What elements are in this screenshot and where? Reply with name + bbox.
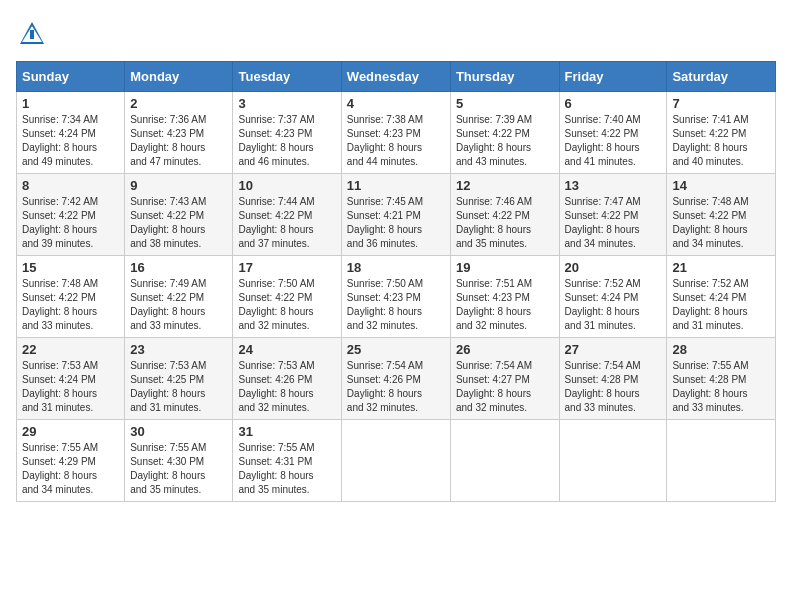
day-info: Sunrise: 7:54 AM Sunset: 4:27 PM Dayligh…	[456, 359, 554, 415]
day-number: 29	[22, 424, 119, 439]
calendar-week-row: 8Sunrise: 7:42 AM Sunset: 4:22 PM Daylig…	[17, 174, 776, 256]
day-number: 6	[565, 96, 662, 111]
calendar-cell: 22Sunrise: 7:53 AM Sunset: 4:24 PM Dayli…	[17, 338, 125, 420]
calendar-cell: 23Sunrise: 7:53 AM Sunset: 4:25 PM Dayli…	[125, 338, 233, 420]
header-monday: Monday	[125, 62, 233, 92]
calendar-cell	[450, 420, 559, 502]
day-number: 5	[456, 96, 554, 111]
day-info: Sunrise: 7:48 AM Sunset: 4:22 PM Dayligh…	[672, 195, 770, 251]
day-number: 4	[347, 96, 445, 111]
logo	[16, 20, 46, 53]
calendar-cell: 16Sunrise: 7:49 AM Sunset: 4:22 PM Dayli…	[125, 256, 233, 338]
day-info: Sunrise: 7:49 AM Sunset: 4:22 PM Dayligh…	[130, 277, 227, 333]
header-sunday: Sunday	[17, 62, 125, 92]
header-wednesday: Wednesday	[341, 62, 450, 92]
day-info: Sunrise: 7:53 AM Sunset: 4:24 PM Dayligh…	[22, 359, 119, 415]
calendar-week-row: 15Sunrise: 7:48 AM Sunset: 4:22 PM Dayli…	[17, 256, 776, 338]
calendar-cell: 31Sunrise: 7:55 AM Sunset: 4:31 PM Dayli…	[233, 420, 341, 502]
day-info: Sunrise: 7:55 AM Sunset: 4:30 PM Dayligh…	[130, 441, 227, 497]
header-thursday: Thursday	[450, 62, 559, 92]
day-info: Sunrise: 7:54 AM Sunset: 4:26 PM Dayligh…	[347, 359, 445, 415]
day-number: 24	[238, 342, 335, 357]
calendar-cell: 8Sunrise: 7:42 AM Sunset: 4:22 PM Daylig…	[17, 174, 125, 256]
calendar-cell: 6Sunrise: 7:40 AM Sunset: 4:22 PM Daylig…	[559, 92, 667, 174]
calendar-table: SundayMondayTuesdayWednesdayThursdayFrid…	[16, 61, 776, 502]
day-number: 30	[130, 424, 227, 439]
calendar-cell: 14Sunrise: 7:48 AM Sunset: 4:22 PM Dayli…	[667, 174, 776, 256]
day-info: Sunrise: 7:38 AM Sunset: 4:23 PM Dayligh…	[347, 113, 445, 169]
calendar-cell: 17Sunrise: 7:50 AM Sunset: 4:22 PM Dayli…	[233, 256, 341, 338]
day-number: 21	[672, 260, 770, 275]
day-number: 10	[238, 178, 335, 193]
day-number: 31	[238, 424, 335, 439]
calendar-cell: 21Sunrise: 7:52 AM Sunset: 4:24 PM Dayli…	[667, 256, 776, 338]
day-number: 8	[22, 178, 119, 193]
day-number: 23	[130, 342, 227, 357]
day-number: 13	[565, 178, 662, 193]
day-info: Sunrise: 7:44 AM Sunset: 4:22 PM Dayligh…	[238, 195, 335, 251]
day-info: Sunrise: 7:51 AM Sunset: 4:23 PM Dayligh…	[456, 277, 554, 333]
day-info: Sunrise: 7:54 AM Sunset: 4:28 PM Dayligh…	[565, 359, 662, 415]
day-info: Sunrise: 7:40 AM Sunset: 4:22 PM Dayligh…	[565, 113, 662, 169]
day-number: 18	[347, 260, 445, 275]
logo-icon	[18, 20, 46, 48]
calendar-week-row: 1Sunrise: 7:34 AM Sunset: 4:24 PM Daylig…	[17, 92, 776, 174]
day-info: Sunrise: 7:55 AM Sunset: 4:31 PM Dayligh…	[238, 441, 335, 497]
day-number: 22	[22, 342, 119, 357]
calendar-cell: 2Sunrise: 7:36 AM Sunset: 4:23 PM Daylig…	[125, 92, 233, 174]
calendar-cell: 13Sunrise: 7:47 AM Sunset: 4:22 PM Dayli…	[559, 174, 667, 256]
day-number: 28	[672, 342, 770, 357]
day-info: Sunrise: 7:34 AM Sunset: 4:24 PM Dayligh…	[22, 113, 119, 169]
svg-rect-2	[30, 30, 34, 39]
calendar-week-row: 29Sunrise: 7:55 AM Sunset: 4:29 PM Dayli…	[17, 420, 776, 502]
calendar-cell: 7Sunrise: 7:41 AM Sunset: 4:22 PM Daylig…	[667, 92, 776, 174]
calendar-cell: 27Sunrise: 7:54 AM Sunset: 4:28 PM Dayli…	[559, 338, 667, 420]
calendar-cell: 30Sunrise: 7:55 AM Sunset: 4:30 PM Dayli…	[125, 420, 233, 502]
day-info: Sunrise: 7:47 AM Sunset: 4:22 PM Dayligh…	[565, 195, 662, 251]
day-info: Sunrise: 7:39 AM Sunset: 4:22 PM Dayligh…	[456, 113, 554, 169]
header-saturday: Saturday	[667, 62, 776, 92]
day-number: 2	[130, 96, 227, 111]
header	[16, 16, 776, 53]
day-number: 25	[347, 342, 445, 357]
calendar-cell: 19Sunrise: 7:51 AM Sunset: 4:23 PM Dayli…	[450, 256, 559, 338]
day-info: Sunrise: 7:52 AM Sunset: 4:24 PM Dayligh…	[565, 277, 662, 333]
calendar-cell: 5Sunrise: 7:39 AM Sunset: 4:22 PM Daylig…	[450, 92, 559, 174]
day-number: 27	[565, 342, 662, 357]
day-info: Sunrise: 7:48 AM Sunset: 4:22 PM Dayligh…	[22, 277, 119, 333]
calendar-cell: 29Sunrise: 7:55 AM Sunset: 4:29 PM Dayli…	[17, 420, 125, 502]
day-info: Sunrise: 7:41 AM Sunset: 4:22 PM Dayligh…	[672, 113, 770, 169]
day-number: 1	[22, 96, 119, 111]
calendar-cell: 20Sunrise: 7:52 AM Sunset: 4:24 PM Dayli…	[559, 256, 667, 338]
calendar-cell: 26Sunrise: 7:54 AM Sunset: 4:27 PM Dayli…	[450, 338, 559, 420]
day-number: 19	[456, 260, 554, 275]
day-info: Sunrise: 7:43 AM Sunset: 4:22 PM Dayligh…	[130, 195, 227, 251]
day-info: Sunrise: 7:55 AM Sunset: 4:29 PM Dayligh…	[22, 441, 119, 497]
day-number: 17	[238, 260, 335, 275]
calendar-cell: 24Sunrise: 7:53 AM Sunset: 4:26 PM Dayli…	[233, 338, 341, 420]
calendar-cell: 12Sunrise: 7:46 AM Sunset: 4:22 PM Dayli…	[450, 174, 559, 256]
calendar-cell	[559, 420, 667, 502]
calendar-cell: 4Sunrise: 7:38 AM Sunset: 4:23 PM Daylig…	[341, 92, 450, 174]
day-number: 3	[238, 96, 335, 111]
day-number: 9	[130, 178, 227, 193]
day-number: 7	[672, 96, 770, 111]
day-info: Sunrise: 7:36 AM Sunset: 4:23 PM Dayligh…	[130, 113, 227, 169]
calendar-cell: 25Sunrise: 7:54 AM Sunset: 4:26 PM Dayli…	[341, 338, 450, 420]
day-number: 12	[456, 178, 554, 193]
day-info: Sunrise: 7:55 AM Sunset: 4:28 PM Dayligh…	[672, 359, 770, 415]
day-number: 26	[456, 342, 554, 357]
calendar-cell	[667, 420, 776, 502]
calendar-cell: 15Sunrise: 7:48 AM Sunset: 4:22 PM Dayli…	[17, 256, 125, 338]
calendar-cell: 3Sunrise: 7:37 AM Sunset: 4:23 PM Daylig…	[233, 92, 341, 174]
calendar-cell: 18Sunrise: 7:50 AM Sunset: 4:23 PM Dayli…	[341, 256, 450, 338]
day-number: 16	[130, 260, 227, 275]
calendar-cell: 9Sunrise: 7:43 AM Sunset: 4:22 PM Daylig…	[125, 174, 233, 256]
header-tuesday: Tuesday	[233, 62, 341, 92]
day-info: Sunrise: 7:53 AM Sunset: 4:26 PM Dayligh…	[238, 359, 335, 415]
day-number: 14	[672, 178, 770, 193]
calendar-cell: 10Sunrise: 7:44 AM Sunset: 4:22 PM Dayli…	[233, 174, 341, 256]
day-info: Sunrise: 7:52 AM Sunset: 4:24 PM Dayligh…	[672, 277, 770, 333]
day-number: 15	[22, 260, 119, 275]
calendar-week-row: 22Sunrise: 7:53 AM Sunset: 4:24 PM Dayli…	[17, 338, 776, 420]
